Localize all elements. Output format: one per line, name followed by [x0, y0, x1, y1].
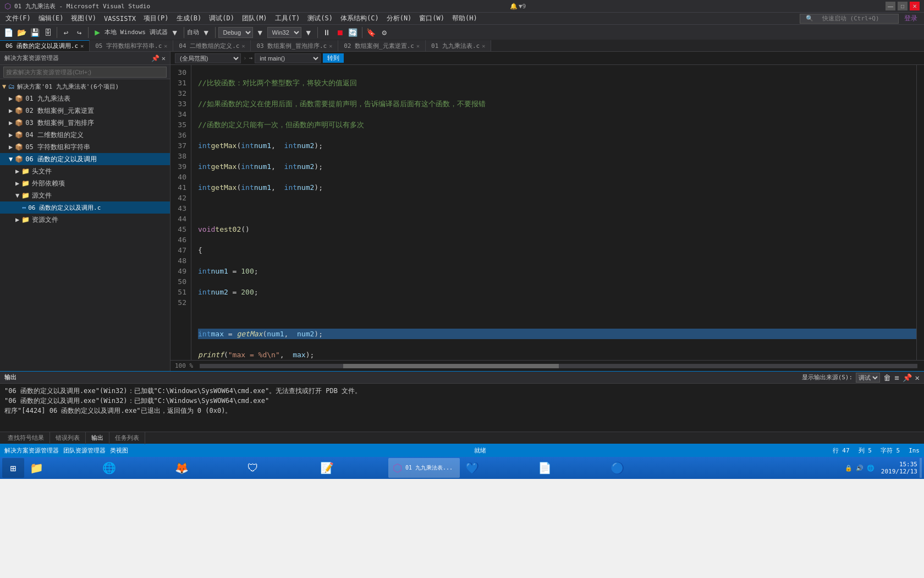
tab-5-close[interactable]: ✕: [482, 43, 485, 49]
menu-test[interactable]: 测试(S): [304, 13, 336, 24]
tab-3-close[interactable]: ✕: [329, 43, 332, 49]
tree-proj-3[interactable]: ▶ 📦 03 数组案例_冒泡排序: [0, 117, 170, 129]
menu-build[interactable]: 生成(B): [173, 13, 205, 24]
taskbar-word[interactable]: 📄: [534, 458, 605, 478]
output-panel: 输出 显示输出来源(S): 调试 🗑 ≡ 📌 ✕ "06 函数的定义以及调用.e…: [0, 371, 924, 432]
platform-select[interactable]: Win32: [267, 27, 301, 38]
menu-file[interactable]: 文件(F): [2, 13, 34, 24]
taskbar-vs[interactable]: ⬡ 01 九九乘法表...: [388, 458, 460, 478]
tab-3[interactable]: 03 数组案例_冒泡排序.c ✕: [251, 40, 338, 51]
tab-0-close[interactable]: ✕: [80, 43, 84, 49]
show-desktop-btn[interactable]: [920, 458, 922, 478]
tree-proj-6-expand: ▼: [9, 155, 13, 163]
close-button[interactable]: ✕: [910, 2, 920, 10]
bookmark-btn[interactable]: 🔖: [365, 26, 377, 39]
taskbar-vscode[interactable]: 💙: [461, 458, 532, 478]
tree-proj-6[interactable]: ▼ 📦 06 函数的定义以及调用: [0, 153, 170, 165]
taskbar-shield[interactable]: 🛡: [243, 458, 315, 478]
tree-proj-4[interactable]: ▶ 📦 04 二维数组的定义: [0, 129, 170, 141]
taskbar-firefox[interactable]: 🦊: [170, 458, 242, 478]
debug-dropdown[interactable]: ▼: [254, 26, 266, 39]
tree-resources-icon: 📁: [21, 216, 30, 223]
tree-proj-1[interactable]: ▶ 📦 01 九九乘法表: [0, 92, 170, 105]
toolbar-btn-restart[interactable]: 🔄: [347, 26, 359, 39]
tab-0[interactable]: 06 函数的定义以及调用.c ✕: [0, 40, 90, 51]
tree-headers[interactable]: ▶ 📁 头文件: [0, 165, 170, 177]
window-controls: — □ ✕: [886, 2, 920, 10]
platform-dropdown[interactable]: ▼: [302, 26, 315, 39]
taskbar-app10[interactable]: 🔵: [606, 458, 678, 478]
sidebar-pin-btn[interactable]: 📌: [151, 54, 160, 62]
menu-architecture[interactable]: 体系结构(C): [337, 13, 382, 24]
output-pin-btn[interactable]: 📌: [903, 373, 912, 382]
toolbar-btn-stop[interactable]: ⏹: [334, 26, 346, 39]
bottom-tab-find[interactable]: 查找符号结果: [2, 432, 50, 444]
maximize-button[interactable]: □: [898, 2, 908, 10]
menu-view[interactable]: 视图(V): [68, 13, 100, 24]
sidebar-search-input[interactable]: [3, 67, 167, 78]
menu-help[interactable]: 帮助(H): [449, 13, 481, 24]
quick-launch-search[interactable]: 🔍 快速启动 (Ctrl+Q): [800, 14, 899, 24]
output-close-btn[interactable]: ✕: [915, 373, 920, 382]
menu-vassistx[interactable]: VASSISTX: [101, 14, 139, 24]
save-all-btn[interactable]: 🗄: [42, 26, 54, 39]
menu-project[interactable]: 项目(P): [140, 13, 172, 24]
code-content[interactable]: 30 31 32 33 34 35 36 37 38 39 40 41 42 4…: [170, 65, 924, 360]
scope-dropdown[interactable]: (全局范围): [175, 53, 241, 63]
tray-icon-1: 🔒: [845, 465, 853, 472]
redo-btn[interactable]: ↪: [73, 26, 85, 39]
menu-tools[interactable]: 工具(T): [272, 13, 304, 24]
code-text[interactable]: //比较函数：对比两个整型数字，将较大的值返回 //如果函数的定义在使用后面，函…: [191, 65, 916, 360]
login-button[interactable]: 登录: [900, 13, 922, 24]
output-clear-btn[interactable]: 🗑: [883, 373, 891, 382]
debug-config-select[interactable]: Debug: [218, 27, 253, 38]
toolbar-btn-breakall[interactable]: ⏸: [321, 26, 333, 39]
sidebar-close-btn[interactable]: ✕: [162, 54, 166, 62]
tab-5[interactable]: 01 九九乘法表.c ✕: [426, 40, 491, 51]
output-source-select[interactable]: 调试: [856, 373, 880, 383]
run-dropdown[interactable]: ▼: [169, 26, 181, 39]
tab-2[interactable]: 04 二维数组的定义.c ✕: [173, 40, 251, 51]
open-btn[interactable]: 📂: [15, 26, 28, 39]
tab-2-close[interactable]: ✕: [241, 43, 245, 49]
tree-main-file[interactable]: ↔ 06 函数的定义以及调用.c: [0, 201, 170, 214]
tree-ext-deps[interactable]: ▶ 📁 外部依赖项: [0, 177, 170, 189]
tree-solution[interactable]: ▼ 🗂 解决方案'01 九九乘法表'(6个项目): [0, 80, 170, 92]
taskbar-notepad[interactable]: 📝: [316, 458, 387, 478]
tree-resources-expand: ▶: [15, 216, 19, 223]
save-btn[interactable]: 💾: [29, 26, 41, 39]
horizontal-scrollbar[interactable]: [200, 364, 917, 368]
output-word-wrap-btn[interactable]: ≡: [894, 373, 899, 382]
func-dropdown[interactable]: int main(): [255, 53, 321, 63]
config-dropdown[interactable]: ▼: [200, 26, 212, 39]
taskbar-chrome[interactable]: 🌐: [98, 458, 169, 478]
bottom-tab-errors[interactable]: 错误列表: [50, 432, 86, 444]
tab-4-close[interactable]: ✕: [416, 43, 420, 49]
menu-analyze[interactable]: 分析(N): [383, 13, 415, 24]
new-btn[interactable]: 📄: [2, 26, 14, 39]
menu-edit[interactable]: 编辑(E): [35, 13, 67, 24]
undo-btn[interactable]: ↩: [60, 26, 72, 39]
start-button[interactable]: ⊞: [2, 458, 24, 478]
tab-1[interactable]: 05 字符数组和字符串.c ✕: [90, 40, 173, 51]
tree-sources-label: 源文件: [32, 191, 52, 200]
run-btn[interactable]: ▶: [91, 26, 103, 39]
tree-resources[interactable]: ▶ 📁 资源文件: [0, 214, 170, 226]
menu-window[interactable]: 窗口(W): [416, 13, 448, 24]
bottom-tab-output[interactable]: 输出: [86, 432, 109, 444]
clock: 15:35 2019/12/13: [881, 461, 917, 475]
menu-team[interactable]: 团队(M): [239, 13, 271, 24]
tree-proj-2[interactable]: ▶ 📦 02 数组案例_元素逆置: [0, 105, 170, 117]
tab-4[interactable]: 02 数组案例_元素逆置.c ✕: [338, 40, 426, 51]
tree-proj-5-icon: 📦: [15, 143, 23, 151]
go-button[interactable]: 转到: [323, 53, 344, 63]
tree-proj-5[interactable]: ▶ 📦 05 字符数组和字符串: [0, 141, 170, 153]
minimize-button[interactable]: —: [886, 2, 895, 10]
bottom-tab-tasks[interactable]: 任务列表: [109, 432, 145, 444]
tab-1-close[interactable]: ✕: [164, 43, 167, 49]
menu-debug[interactable]: 调试(D): [206, 13, 238, 24]
tree-solution-icon: 🗂: [8, 83, 15, 90]
taskbar-explorer[interactable]: 📁: [25, 458, 97, 478]
tree-sources[interactable]: ▼ 📁 源文件: [0, 189, 170, 201]
settings-btn[interactable]: ⚙: [378, 26, 391, 39]
